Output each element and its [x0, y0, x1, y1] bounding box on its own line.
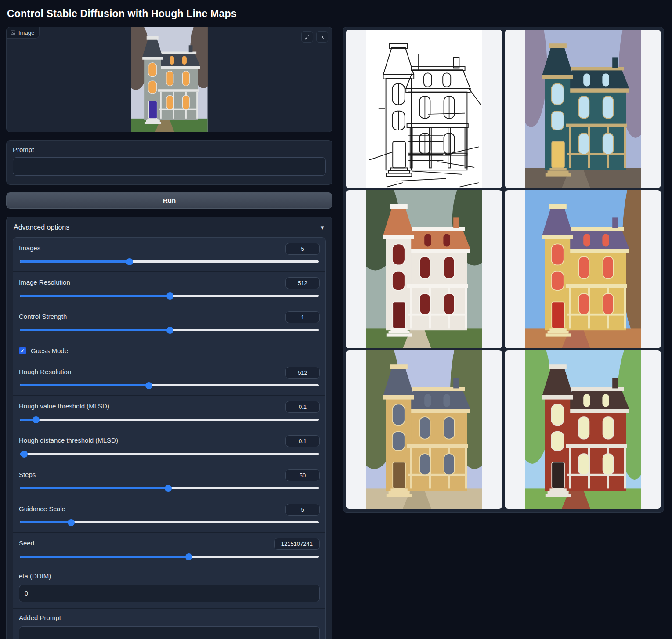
run-button[interactable]: Run: [6, 192, 332, 209]
slider-track[interactable]: [20, 453, 319, 455]
slider-thumb[interactable]: [185, 553, 192, 560]
prompt-input[interactable]: [13, 157, 326, 176]
slider-row-guidance-scale: Guidance Scale 5: [13, 498, 325, 533]
slider-value[interactable]: 1: [285, 311, 320, 323]
added-prompt-row: Added Prompt: [13, 609, 325, 639]
guess-mode-row: ✓ Guess Mode: [13, 340, 325, 361]
page-title: Control Stable Diffusion with Hough Line…: [7, 8, 664, 20]
slider-thumb[interactable]: [145, 382, 152, 389]
slider-thumb[interactable]: [165, 485, 172, 492]
slider-row-image-resolution: Image Resolution 512: [13, 272, 325, 306]
eta-label: eta (DDIM): [19, 572, 320, 580]
slider-label: Images: [19, 243, 40, 252]
gallery-item-hough-map[interactable]: [346, 30, 502, 188]
eta-input[interactable]: [19, 585, 320, 602]
slider-label: Control Strength: [19, 311, 67, 320]
gallery-item-4[interactable]: [346, 350, 502, 509]
slider-track[interactable]: [20, 521, 319, 523]
app-root: Control Stable Diffusion with Hough Line…: [0, 0, 672, 639]
gallery-item-5[interactable]: [505, 350, 661, 509]
slider-track[interactable]: [20, 295, 319, 297]
slider-row-hough-value-threshold: Hough value threshold (MLSD) 0.1: [13, 396, 325, 430]
slider-label: Hough Resolution: [19, 367, 71, 375]
guess-mode-label: Guess Mode: [31, 347, 68, 354]
slider-track[interactable]: [20, 419, 319, 421]
slider-label: Guidance Scale: [19, 504, 65, 513]
output-gallery: [343, 27, 664, 513]
pencil-icon: [304, 34, 310, 40]
slider-label: Hough value threshold (MLSD): [19, 401, 109, 410]
slider-label: Image Resolution: [19, 277, 70, 286]
slider-track[interactable]: [20, 556, 319, 558]
advanced-options-title: Advanced options: [14, 224, 69, 231]
slider-thumb[interactable]: [166, 292, 173, 300]
slider-label: Hough distance threshold (MLSD): [19, 435, 118, 444]
slider-thumb[interactable]: [68, 519, 75, 526]
added-prompt-input[interactable]: [19, 626, 320, 639]
slider-label: Seed: [19, 538, 34, 547]
slider-track[interactable]: [20, 329, 319, 331]
gallery-item-3[interactable]: [505, 190, 661, 348]
slider-track[interactable]: [20, 487, 319, 489]
chevron-down-icon: ▼: [319, 224, 325, 231]
slider-row-control-strength: Control Strength 1: [13, 306, 325, 340]
input-image[interactable]: [7, 27, 332, 132]
prompt-label: Prompt: [13, 146, 326, 153]
slider-thumb[interactable]: [21, 451, 28, 458]
slider-row-steps: Steps 50: [13, 464, 325, 498]
slider-row-images: Images 5: [13, 238, 325, 272]
slider-value[interactable]: 5: [285, 504, 320, 516]
slider-label: Steps: [19, 469, 36, 478]
gallery-item-1[interactable]: [505, 30, 661, 188]
close-icon: [319, 34, 325, 40]
slider-value[interactable]: 50: [285, 469, 320, 481]
edit-image-button[interactable]: [301, 31, 313, 43]
advanced-options-panel: Advanced options ▼ Images 5: [6, 217, 332, 639]
slider-row-hough-resolution: Hough Resolution 512: [13, 361, 325, 396]
slider-value[interactable]: 512: [285, 367, 320, 379]
advanced-options-header[interactable]: Advanced options ▼: [13, 217, 326, 237]
slider-track[interactable]: [20, 384, 319, 386]
guess-mode-checkbox[interactable]: ✓: [19, 347, 26, 354]
slider-value[interactable]: 0.1: [285, 401, 320, 413]
slider-value[interactable]: 5: [285, 243, 320, 255]
input-image-panel: Image: [6, 27, 332, 132]
eta-row: eta (DDIM): [13, 567, 325, 609]
slider-row-seed: Seed 1215107241: [13, 533, 325, 567]
clear-image-button[interactable]: [316, 31, 328, 43]
slider-track[interactable]: [20, 260, 319, 263]
slider-thumb[interactable]: [166, 327, 173, 334]
slider-value[interactable]: 1215107241: [274, 538, 320, 550]
gallery-item-2[interactable]: [346, 190, 502, 348]
image-component-label-text: Image: [18, 29, 34, 36]
advanced-options-form: Images 5 Image Resolution 512: [13, 237, 326, 639]
image-component-label: Image: [7, 27, 40, 39]
added-prompt-label: Added Prompt: [19, 614, 320, 621]
slider-row-hough-distance-threshold: Hough distance threshold (MLSD) 0.1: [13, 430, 325, 464]
prompt-panel: Prompt: [6, 140, 332, 185]
image-icon: [10, 30, 16, 36]
slider-value[interactable]: 512: [285, 277, 320, 289]
slider-value[interactable]: 0.1: [285, 435, 320, 447]
slider-thumb[interactable]: [33, 416, 40, 423]
slider-thumb[interactable]: [126, 258, 133, 265]
